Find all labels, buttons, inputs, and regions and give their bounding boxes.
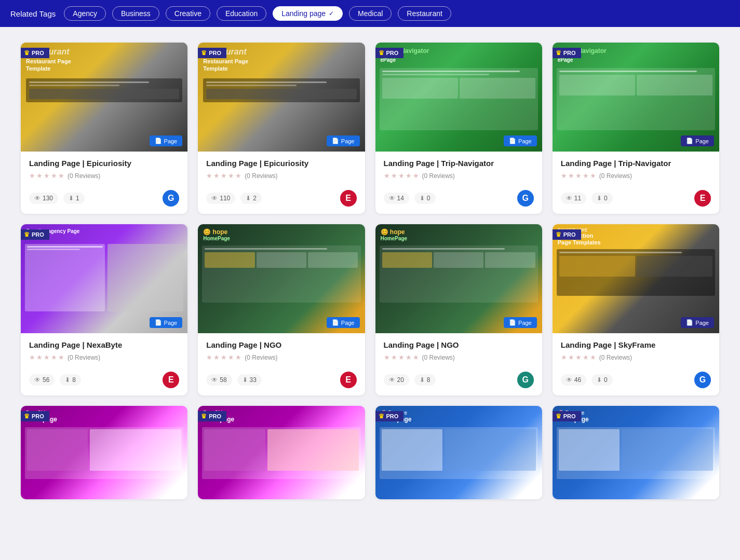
author-avatar: G [163,190,179,207]
reviews-count: (0 Reviews) [599,354,632,361]
star-5: ★ [413,172,419,180]
author-avatar: E [340,190,357,207]
author-avatar: E [340,372,357,388]
views-stat: 👁 46 [561,374,586,386]
card-thumbnail: 🏥 Precare homepage ♛ PRO [553,406,719,499]
tag-agency[interactable]: Agency [64,6,106,21]
pro-badge: ♛ PRO [21,229,49,240]
page-type-badge: 📄 Page [327,135,360,146]
pro-badge: ♛ PRO [375,411,404,421]
tag-education[interactable]: Education [217,6,266,21]
star-3: ★ [575,353,582,361]
crown-icon: ♛ [24,413,30,420]
author-avatar: G [517,372,534,388]
card-thumbnail: PureSkin homepage ♛ PRO [21,406,187,499]
downloads-stat: ⬇ 8 [60,374,81,386]
stat-group: 👁 11 ⬇ 0 [561,193,613,204]
pro-badge: ♛ PRO [375,48,404,58]
star-rating: ★ ★ ★ ★ ★ (0 Reviews) [384,172,534,180]
page-icon: 📄 [686,138,693,144]
page-type-badge: 📄 Page [150,135,183,146]
tag-landing-page[interactable]: Landing page ✓ [273,6,343,21]
tag-medical[interactable]: Medical [349,6,392,21]
page-icon: 📄 [686,319,693,326]
card-title: Landing Page | Trip-Navigator [384,159,534,168]
template-card: PureSkin homepage ♛ PRO [198,406,365,499]
reviews-count: (0 Reviews) [245,172,277,180]
page-type-badge: 📄 Page [327,317,360,328]
tag-restaurant[interactable]: Restaurant [398,6,451,21]
downloads-stat: ⬇ 0 [414,193,436,204]
page-type-badge: 📄 Page [150,317,183,328]
page-icon: 📄 [509,319,516,326]
download-icon: ⬇ [69,195,74,202]
star-5: ★ [590,353,596,361]
template-card: 😊 hope HomePage [198,224,365,395]
crown-icon: ♛ [379,413,384,420]
eye-icon: 👁 [211,376,218,384]
card-footer: 👁 130 ⬇ 1 G [21,190,187,214]
card-body: Landing Page | NGO ★ ★ ★ ★ ★ (0 Reviews) [198,333,365,372]
star-4: ★ [406,172,412,180]
template-card: Restaurant Restaurant Page Template ♛ P [198,43,365,214]
card-grid-row1: Restaurant Restaurant Page Template ♛ P [21,43,719,214]
pro-badge: ♛ PRO [553,411,581,421]
eye-icon: 👁 [566,195,572,202]
card-body: Landing Page | SkyFrame ★ ★ ★ ★ ★ (0 Rev… [553,333,719,372]
card-footer: 👁 110 ⬇ 2 E [198,190,365,214]
star-4: ★ [228,353,234,361]
author-avatar: E [163,372,179,388]
pro-badge: ♛ PRO [21,411,49,421]
author-avatar: E [694,190,711,207]
views-stat: 👁 20 [384,374,409,386]
card-thumbnail: SKYFRAME ConstructionPage Templates [553,224,719,333]
star-3: ★ [575,172,582,180]
downloads-stat: ⬇ 0 [591,374,613,386]
card-grid-row2: Creative agency Page Template [21,224,719,395]
reviews-count: (0 Reviews) [68,354,100,361]
star-rating: ★ ★ ★ ★ ★ (0 Reviews) [561,353,711,361]
template-card: PureSkin homepage ♛ PRO [21,406,187,499]
page-type-badge: 📄 Page [504,317,537,328]
star-5: ★ [235,172,241,180]
card-body: Landing Page | NexaByte ★ ★ ★ ★ ★ (0 Rev… [21,333,187,372]
star-1: ★ [561,353,567,361]
card-footer: 👁 14 ⬇ 0 G [375,190,542,214]
star-2: ★ [568,353,574,361]
views-stat: 👁 14 [384,193,409,204]
download-icon: ⬇ [243,376,248,384]
card-grid-row3: PureSkin homepage ♛ PRO [21,406,719,499]
page-icon: 📄 [155,138,162,144]
star-1: ★ [206,172,212,180]
pro-badge: ♛ PRO [553,48,581,58]
page-icon: 📄 [332,138,339,144]
views-stat: 👁 58 [206,374,232,386]
template-card: ⊕ Trip Navigator ePage ♛ [553,43,719,214]
card-title: Landing Page | Trip-Navigator [561,159,711,168]
stat-group: 👁 20 ⬇ 8 [384,374,436,386]
eye-icon: 👁 [389,376,395,384]
card-thumbnail: 🏥 Precare homepage ♛ PRO [375,406,542,499]
crown-icon: ♛ [201,49,207,57]
tag-business[interactable]: Business [112,6,159,21]
star-4: ★ [406,353,412,361]
card-title: Landing Page | SkyFrame [561,340,711,349]
page-icon: 📄 [332,319,339,326]
tag-creative[interactable]: Creative [166,6,210,21]
card-thumbnail: 😊 hope HomePage [375,224,542,333]
card-thumbnail: PureSkin homepage ♛ PRO [198,406,365,499]
star-2: ★ [391,172,397,180]
card-thumbnail: Restaurant Restaurant Page Template ♛ P [198,43,365,152]
eye-icon: 👁 [34,195,41,202]
stat-group: 👁 14 ⬇ 0 [384,193,436,204]
pro-badge: ♛ PRO [21,48,49,58]
template-card: Creative agency Page Template [21,224,187,395]
template-card: SKYFRAME ConstructionPage Templates [553,224,719,395]
download-icon: ⬇ [246,195,251,202]
star-2: ★ [36,172,43,180]
star-1: ★ [561,172,567,180]
star-5: ★ [235,353,241,361]
pro-badge: ♛ PRO [198,48,226,58]
stat-group: 👁 58 ⬇ 33 [206,374,262,386]
star-rating: ★ ★ ★ ★ ★ (0 Reviews) [561,172,711,180]
